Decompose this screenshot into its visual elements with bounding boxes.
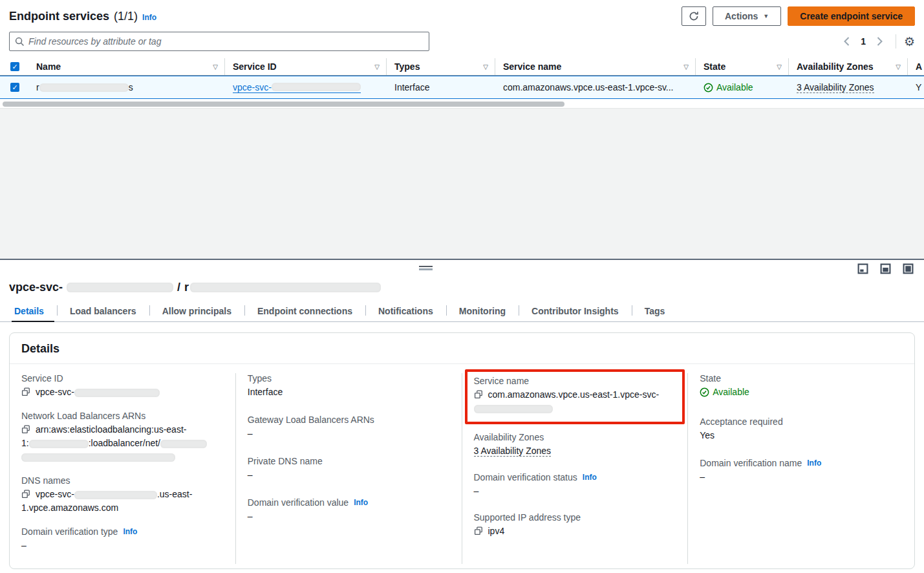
endpoint-services-table: ✓ Name ▽ Service ID ▽ Types ▽ Service na… xyxy=(0,58,924,108)
redacted-text xyxy=(160,440,207,448)
sort-icon[interactable]: ▽ xyxy=(483,63,488,70)
value-fragment: .us-east- xyxy=(157,489,192,499)
tab-allow-principals[interactable]: Allow principals xyxy=(149,301,244,321)
tab-contributor-insights[interactable]: Contributor Insights xyxy=(519,301,632,321)
field-value: vpce-svc- xyxy=(21,385,224,399)
tab-monitoring[interactable]: Monitoring xyxy=(446,301,519,321)
row-checkbox[interactable]: ✓ xyxy=(10,83,19,92)
horizontal-scrollbar-thumb[interactable] xyxy=(3,102,564,107)
copy-button[interactable] xyxy=(21,425,30,434)
field-value: com.amazonaws.vpce.us-east-1.vpce-svc- xyxy=(474,388,676,415)
redacted-text xyxy=(190,283,381,292)
field-supported-ip: Supported IP address type ipv4 xyxy=(474,512,676,538)
field-label: Domain verification value Info xyxy=(248,497,450,508)
column-header-acceptance-clipped[interactable]: A xyxy=(908,58,924,75)
column-header-availability-zones[interactable]: Availability Zones ▽ xyxy=(789,58,908,75)
sort-icon[interactable]: ▽ xyxy=(374,63,380,70)
field-label: Service ID xyxy=(21,373,224,384)
check-icon: ✓ xyxy=(12,83,17,91)
field-label: Private DNS name xyxy=(248,456,450,466)
field-value: Yes xyxy=(700,429,903,442)
field-label: Domain verification name Info xyxy=(700,458,903,468)
copy-button[interactable] xyxy=(21,490,30,499)
column-header-name[interactable]: Name ▽ xyxy=(28,58,225,75)
field-domain-verification-status: Domain verification status Info – xyxy=(474,472,676,498)
column-header-state[interactable]: State ▽ xyxy=(696,58,789,75)
field-value: – xyxy=(248,427,450,440)
search-input[interactable] xyxy=(28,36,424,47)
field-label: Supported IP address type xyxy=(474,512,676,523)
field-label-text: Domain verification status xyxy=(474,472,577,482)
column-header-service-name[interactable]: Service name ▽ xyxy=(495,58,696,75)
value-fragment: 1.vpce.amazonaws.com xyxy=(21,503,118,513)
tab-tags[interactable]: Tags xyxy=(632,301,678,321)
tab-endpoint-connections[interactable]: Endpoint connections xyxy=(244,301,365,321)
value-fragment: 1: xyxy=(21,438,29,448)
page-title: Endpoint services xyxy=(9,10,109,23)
next-page-button[interactable] xyxy=(872,34,888,49)
actions-button-label: Actions xyxy=(725,11,758,21)
column-header-types[interactable]: Types ▽ xyxy=(387,58,495,75)
field-label: Service name xyxy=(474,376,676,386)
state-badge: Available xyxy=(704,82,753,92)
panel-size-medium-button[interactable] xyxy=(880,263,891,276)
create-endpoint-service-button[interactable]: Create endpoint service xyxy=(788,6,915,26)
field-nlb-arns: Network Load Balancers ARNs arn:aws:elas… xyxy=(21,411,224,464)
field-value: ipv4 xyxy=(474,524,676,538)
value-fragment: ipv4 xyxy=(488,526,505,536)
sort-icon[interactable]: ▽ xyxy=(896,63,901,70)
copy-button[interactable] xyxy=(474,526,483,535)
availability-zones-link[interactable]: 3 Availability Zones xyxy=(474,446,552,457)
toolbar: 1 ⚙ xyxy=(0,26,924,52)
table-header-row: ✓ Name ▽ Service ID ▽ Types ▽ Service na… xyxy=(0,58,924,76)
state-label: Available xyxy=(716,82,753,92)
column-header-service-id[interactable]: Service ID ▽ xyxy=(225,58,387,75)
info-link[interactable]: Info xyxy=(123,527,137,536)
tab-load-balancers[interactable]: Load balancers xyxy=(57,301,149,321)
split-panel-tabs: Details Load balancers Allow principals … xyxy=(0,301,924,322)
panel-size-large-button[interactable] xyxy=(903,263,914,276)
split-panel-size-controls xyxy=(857,263,914,276)
column-label: Availability Zones xyxy=(797,61,874,72)
field-label: Domain verification status Info xyxy=(474,472,676,482)
split-panel: vpce-svc- / r Details Load balancers All… xyxy=(0,259,924,573)
info-link[interactable]: Info xyxy=(354,498,368,507)
split-panel-drag-handle[interactable] xyxy=(419,266,433,270)
tab-details[interactable]: Details xyxy=(9,301,57,321)
panel-size-small-button[interactable] xyxy=(857,263,868,276)
tab-notifications[interactable]: Notifications xyxy=(365,301,446,321)
field-availability-zones: Availability Zones 3 Availability Zones xyxy=(474,432,676,458)
header-info-link[interactable]: Info xyxy=(142,13,156,22)
previous-page-button[interactable] xyxy=(839,34,854,49)
redacted-text xyxy=(21,453,175,462)
info-link[interactable]: Info xyxy=(583,473,597,482)
preferences-gear-button[interactable]: ⚙ xyxy=(904,36,915,48)
field-label: State xyxy=(700,373,903,384)
row-select-cell: ✓ xyxy=(0,83,28,92)
field-types: Types Interface xyxy=(248,373,450,399)
details-column-1: Service ID vpce-svc- Network Load Balanc… xyxy=(10,373,236,564)
field-state: State Available xyxy=(700,373,903,401)
title-area: Endpoint services (1/1) Info xyxy=(9,10,156,23)
actions-button[interactable]: Actions ▼ xyxy=(713,6,781,26)
details-card-header: Details xyxy=(10,333,914,364)
copy-button[interactable] xyxy=(21,387,30,396)
page-number[interactable]: 1 xyxy=(858,36,868,47)
check-icon: ✓ xyxy=(12,63,17,70)
availability-zones-link[interactable]: 3 Availability Zones xyxy=(797,82,874,93)
pager-divider xyxy=(896,34,896,49)
sort-icon[interactable]: ▽ xyxy=(777,63,782,70)
select-all-checkbox[interactable]: ✓ xyxy=(10,62,19,71)
table-row[interactable]: ✓ rs vpce-svc- Interface com.amazonaws.v… xyxy=(0,76,924,99)
value-fragment: vpce-svc- xyxy=(36,387,74,397)
info-link[interactable]: Info xyxy=(807,459,821,468)
refresh-button[interactable] xyxy=(682,6,706,26)
sort-icon[interactable]: ▽ xyxy=(213,63,218,70)
service-id-link[interactable]: vpce-svc- xyxy=(233,82,361,93)
redacted-text xyxy=(67,283,173,292)
check-circle-icon xyxy=(704,83,713,92)
copy-button[interactable] xyxy=(474,390,483,399)
content-background xyxy=(0,108,924,259)
redacted-text xyxy=(39,83,129,92)
sort-icon[interactable]: ▽ xyxy=(683,63,689,70)
